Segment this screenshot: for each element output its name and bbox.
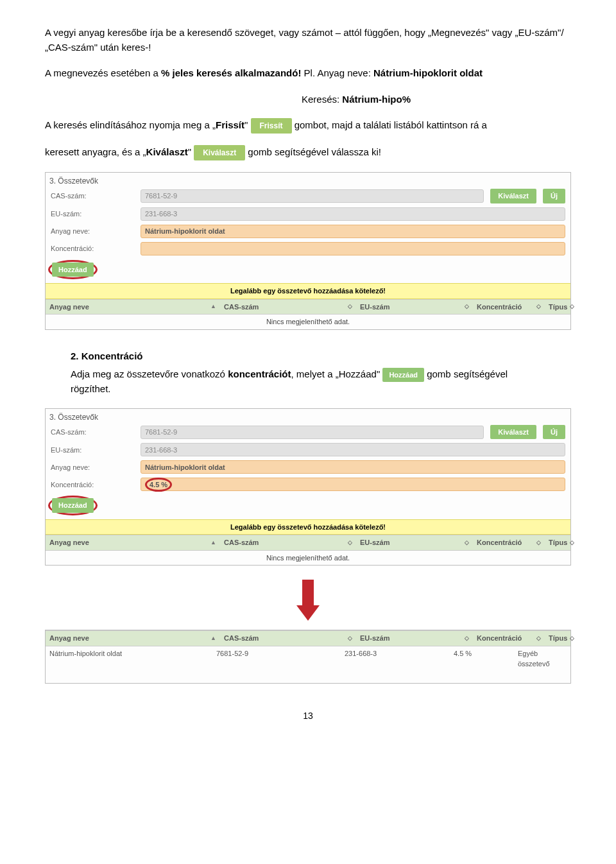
sort-icon[interactable]: ◇ — [465, 539, 469, 548]
warning-bar: Legalább egy összetevő hozzáadása kötele… — [46, 519, 570, 535]
sort-icon[interactable]: ▲ — [210, 302, 216, 311]
hozzaad-button[interactable]: Hozzáad — [382, 368, 424, 383]
panel-osszetevok-2: 3. Összetevők CAS-szám: 7681-52-9 Kivála… — [45, 408, 571, 566]
table-header: Anyag neve▲ CAS-szám◇ EU-szám◇ Koncentrá… — [46, 535, 570, 551]
kivalaszt-button[interactable]: Kiválaszt — [490, 189, 536, 203]
sort-icon[interactable]: ◇ — [570, 302, 574, 311]
th-tipus[interactable]: Típus — [549, 633, 567, 644]
th-tipus[interactable]: Típus — [549, 537, 567, 548]
th-eu[interactable]: EU-szám — [360, 302, 389, 313]
label-eu: EU-szám: — [51, 445, 134, 456]
sort-icon[interactable]: ◇ — [465, 302, 469, 311]
empty-table-message: Nincs megjeleníthető adat. — [46, 315, 570, 329]
text: " — [244, 119, 251, 130]
label-koncentracio: Koncentráció: — [51, 480, 134, 490]
text: Pl. Anyag neve: — [304, 67, 373, 78]
fieldset-title: 3. Összetevők — [46, 409, 570, 423]
th-konc[interactable]: Koncentráció — [477, 633, 522, 644]
hozzaad-button[interactable]: Hozzáad — [52, 498, 94, 513]
label-cas: CAS-szám: — [51, 427, 134, 438]
text: A keresés elindításához nyomja meg a „ — [45, 119, 216, 130]
label-koncentracio: Koncentráció: — [51, 243, 134, 254]
table-row[interactable]: Nátrium-hipoklorit oldat 7681-52-9 231-6… — [46, 646, 570, 671]
uj-button[interactable]: Új — [543, 189, 565, 203]
th-cas[interactable]: CAS-szám — [224, 537, 259, 548]
th-tipus[interactable]: Típus — [549, 302, 567, 313]
th-anyag-neve[interactable]: Anyag neve — [49, 537, 89, 548]
cell-cas: 7681-52-9 — [216, 648, 345, 670]
sort-icon[interactable]: ◇ — [348, 634, 352, 643]
text-bold: Frissít — [216, 119, 244, 130]
text-bold: Nátrium-hipo% — [342, 94, 411, 105]
label-cas: CAS-szám: — [51, 191, 134, 202]
th-cas[interactable]: CAS-szám — [224, 302, 259, 313]
sort-icon[interactable]: ▲ — [210, 634, 216, 643]
table-header: Anyag neve▲ CAS-szám◇ EU-szám◇ Koncentrá… — [46, 299, 570, 315]
cell-anyag-neve: Nátrium-hipoklorit oldat — [49, 648, 216, 670]
fieldset-title: 3. Összetevők — [46, 173, 570, 187]
label-anyag-neve: Anyag neve: — [51, 462, 134, 473]
panel-table-result: Anyag neve▲ CAS-szám◇ EU-szám◇ Koncentrá… — [45, 630, 571, 684]
kivalaszt-button[interactable]: Kiválaszt — [490, 425, 536, 440]
panel-osszetevok-1: 3. Összetevők CAS-szám: 7681-52-9 Kivála… — [45, 172, 571, 330]
sort-icon[interactable]: ◇ — [570, 539, 574, 548]
input-anyag-neve[interactable]: Nátrium-hipoklorit oldat — [141, 225, 565, 238]
th-konc[interactable]: Koncentráció — [477, 537, 522, 548]
table-header: Anyag neve▲ CAS-szám◇ EU-szám◇ Koncentrá… — [46, 630, 570, 646]
input-koncentracio[interactable]: 4.5 % — [141, 478, 565, 491]
arrow-down-icon — [45, 580, 571, 621]
input-cas[interactable]: 7681-52-9 — [141, 189, 484, 203]
highlight-circle: 4.5 % — [145, 478, 172, 492]
intro-p1: A vegyi anyag keresőbe írja be a keresen… — [45, 26, 571, 55]
cell-eu: 231-668-3 — [345, 648, 454, 670]
text: Adja meg az összetevőre vonatkozó — [71, 368, 228, 379]
frissit-button[interactable]: Frissít — [251, 118, 292, 134]
sort-icon[interactable]: ◇ — [348, 539, 352, 548]
label-anyag-neve: Anyag neve: — [51, 226, 134, 237]
kivalaszt-button[interactable]: Kiválaszt — [194, 145, 245, 160]
text: gomb segítségével válassza ki! — [248, 146, 381, 157]
text-bold: Nátrium-hipoklorit oldat — [373, 67, 483, 78]
highlight-circle: Hozzáad — [48, 496, 98, 515]
text: gombot, majd a találati listából kattint… — [295, 119, 487, 130]
text: Keresés: — [302, 94, 342, 105]
text: " — [188, 146, 194, 157]
sort-icon[interactable]: ▲ — [210, 539, 216, 548]
empty-table-message: Nincs megjeleníthető adat. — [46, 551, 570, 566]
input-eu[interactable]: 231-668-3 — [141, 443, 565, 456]
sort-icon[interactable]: ◇ — [536, 634, 541, 643]
section2-text: Adja meg az összetevőre vonatkozó koncen… — [71, 367, 545, 397]
label-eu: EU-szám: — [51, 209, 134, 220]
hozzaad-button[interactable]: Hozzáad — [52, 263, 94, 277]
intro-p5: keresett anyagra, és a „Kiválaszt" Kivál… — [45, 145, 571, 160]
intro-p2: A megnevezés esetében a % jeles keresés … — [45, 66, 571, 81]
input-anyag-neve[interactable]: Nátrium-hipoklorit oldat — [141, 460, 565, 474]
text: A megnevezés esetében a — [45, 67, 161, 78]
th-konc[interactable]: Koncentráció — [477, 302, 522, 313]
sort-icon[interactable]: ◇ — [536, 539, 541, 548]
sort-icon[interactable]: ◇ — [570, 634, 574, 643]
input-eu[interactable]: 231-668-3 — [141, 207, 565, 221]
sort-icon[interactable]: ◇ — [348, 302, 352, 311]
text-bold: koncentrációt — [228, 368, 291, 379]
th-anyag-neve[interactable]: Anyag neve — [49, 633, 89, 644]
highlight-circle: Hozzáad — [48, 260, 98, 280]
cell-konc: 4.5 % — [454, 648, 518, 670]
th-eu[interactable]: EU-szám — [360, 633, 389, 644]
text: , melyet a „Hozzáad" — [291, 368, 383, 379]
warning-bar: Legalább egy összetevő hozzáadása kötele… — [46, 283, 570, 299]
sort-icon[interactable]: ◇ — [536, 302, 541, 311]
input-koncentracio[interactable] — [141, 242, 565, 255]
uj-button[interactable]: Új — [543, 425, 565, 440]
intro-p3: Keresés: Nátrium-hipo% — [141, 92, 571, 107]
intro-p4: A keresés elindításához nyomja meg a „Fr… — [45, 118, 571, 134]
input-value: 4.5 % — [150, 481, 167, 488]
th-anyag-neve[interactable]: Anyag neve — [49, 302, 89, 313]
th-eu[interactable]: EU-szám — [360, 537, 389, 548]
cell-tipus: Egyéb összetevő — [518, 648, 567, 670]
th-cas[interactable]: CAS-szám — [224, 633, 259, 644]
input-cas[interactable]: 7681-52-9 — [141, 426, 484, 439]
text-bold: Kiválaszt — [146, 146, 188, 157]
text: keresett anyagra, és a „ — [45, 146, 146, 157]
sort-icon[interactable]: ◇ — [465, 634, 469, 643]
